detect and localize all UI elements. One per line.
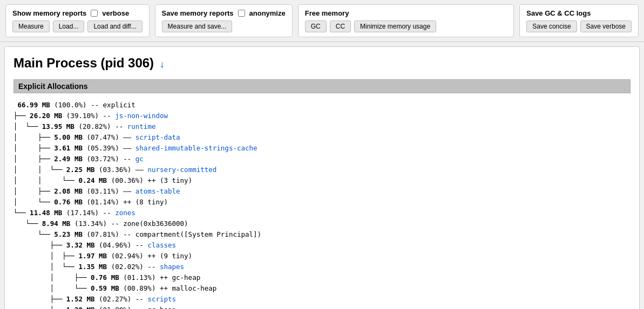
tree-row: │ └── 13.95 MB (20.82%) -- runtime	[13, 121, 631, 132]
free-memory-buttons: GC CC Minimize memory usage	[305, 20, 507, 32]
measure-button[interactable]: Measure	[12, 20, 50, 32]
save-concise-button[interactable]: Save concise	[526, 20, 577, 32]
tree-row: │ ├── 3.61 MB (05.39%) —— shared-immutab…	[13, 143, 631, 154]
tree-row: └── 8.94 MB (13.34%) -- zone(0xb3636000)	[13, 218, 631, 229]
tree-row: │ ├── 2.49 MB (03.72%) -- gc	[13, 154, 631, 164]
show-memory-label: Show memory reports	[12, 9, 86, 17]
measure-save-button[interactable]: Measure and save...	[162, 20, 233, 32]
toolbar: Show memory reports verbose Measure Load…	[0, 0, 644, 42]
tree-row: │ ├── 1.97 MB (02.94%) ++ (9 tiny)	[13, 251, 631, 262]
process-anchor-link[interactable]: ↓	[160, 59, 165, 70]
save-verbose-button[interactable]: Save verbose	[580, 20, 632, 32]
load-diff-button[interactable]: Load and diff...	[87, 20, 142, 32]
cc-button[interactable]: CC	[330, 20, 351, 32]
tree-row: │ ├── 2.08 MB (03.11%) —— atoms-table	[13, 186, 631, 197]
show-memory-section: Show memory reports verbose Measure Load…	[5, 4, 150, 37]
save-memory-title: Save memory reports anonymize	[162, 9, 286, 17]
save-memory-label: Save memory reports	[162, 9, 234, 17]
tree-row: │ └── 1.35 MB (02.02%) -- shapes	[13, 262, 631, 272]
tree-row: │ ├── 0.76 MB (01.13%) ++ gc-heap	[13, 272, 631, 283]
tree-row: └── 5.23 MB (07.81%) -- compartment([Sys…	[13, 229, 631, 240]
save-gc-section: Save GC & CC logs Save concise Save verb…	[519, 4, 639, 37]
save-gc-title: Save GC & CC logs	[526, 9, 632, 17]
tree-row: ├── 1.52 MB (02.27%) -- scripts	[13, 294, 631, 305]
anonymize-checkbox[interactable]	[238, 10, 245, 17]
tree-row: │ │ └── 0.24 MB (00.36%) ++ (3 tiny)	[13, 175, 631, 186]
tree-row: │ └── 0.59 MB (00.89%) ++ malloc-heap	[13, 283, 631, 294]
tree-row: ├── 3.32 MB (04.96%) -- classes	[13, 240, 631, 251]
explicit-allocations-header: Explicit Allocations	[13, 79, 631, 93]
tree-row: └── 1.20 MB (01.80%) -- gc-heap	[13, 305, 631, 309]
save-memory-buttons: Measure and save...	[162, 20, 286, 32]
save-memory-section: Save memory reports anonymize Measure an…	[155, 4, 293, 37]
tree-row: │ ├── 5.00 MB (07.47%) —— script-data	[13, 132, 631, 143]
anonymize-label: anonymize	[249, 9, 286, 17]
minimize-memory-button[interactable]: Minimize memory usage	[354, 20, 436, 32]
process-title: Main Process (pid 306) ↓	[13, 56, 631, 71]
gc-button[interactable]: GC	[305, 20, 327, 32]
show-memory-buttons: Measure Load... Load and diff...	[12, 20, 143, 32]
tree-row: └── 11.48 MB (17.14%) -- zones	[13, 208, 631, 218]
free-memory-title: Free memory	[305, 9, 507, 17]
load-button[interactable]: Load...	[53, 20, 85, 32]
show-memory-title: Show memory reports verbose	[12, 9, 143, 17]
free-memory-section: Free memory GC CC Minimize memory usage	[298, 4, 514, 37]
tree-row: │ └── 0.76 MB (01.14%) ++ (8 tiny)	[13, 197, 631, 208]
save-gc-buttons: Save concise Save verbose	[526, 20, 632, 32]
main-content: Main Process (pid 306) ↓ Explicit Alloca…	[4, 46, 640, 309]
tree-row: │ │ └── 2.25 MB (03.36%) —— nursery-comm…	[13, 164, 631, 175]
verbose-checkbox[interactable]	[91, 10, 98, 17]
memory-tree: 66.99 MB (100.0%) -- explicit├── 26.20 M…	[13, 100, 631, 309]
tree-row: ├── 26.20 MB (39.10%) -- js-non-window	[13, 111, 631, 121]
save-gc-label: Save GC & CC logs	[526, 9, 591, 17]
tree-row: 66.99 MB (100.0%) -- explicit	[13, 100, 631, 111]
verbose-label: verbose	[102, 9, 129, 17]
free-memory-label: Free memory	[305, 9, 349, 17]
